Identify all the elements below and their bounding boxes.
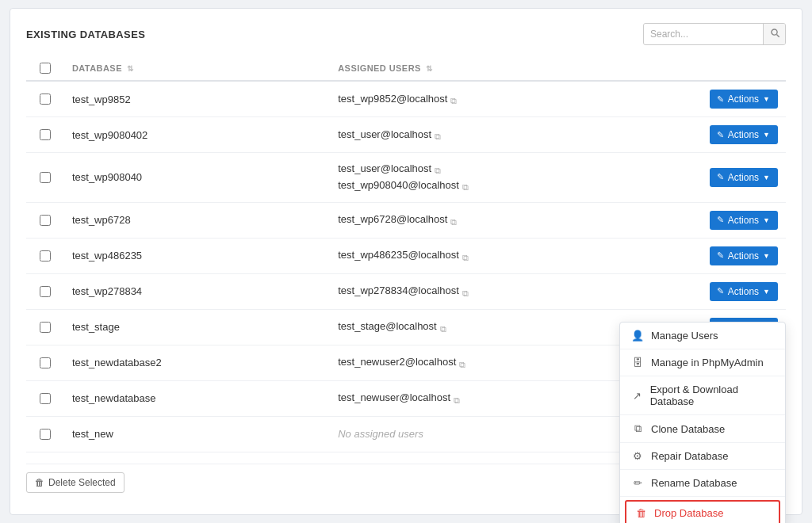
row-checkbox[interactable] [40, 322, 51, 333]
user-entry: test_stage@localhost⧉ [338, 319, 626, 335]
actions-label: Actions [728, 94, 759, 105]
database-name-cell: test_wp908040 [64, 153, 330, 203]
database-name-cell: test_newdatabase2 [64, 345, 330, 380]
select-all-checkbox[interactable] [40, 63, 51, 74]
user-entry: test_wp486235@localhost⧉ [338, 247, 626, 264]
row-checkbox[interactable] [40, 94, 51, 105]
actions-cell: ✎Actions▼ [634, 81, 786, 117]
menu-item-clone-db[interactable]: ⧉Clone Database [620, 415, 785, 443]
row-checkbox[interactable] [40, 172, 51, 183]
drop-db-label: Drop Database [654, 507, 723, 519]
database-name-cell: test_wp9852 [64, 81, 330, 117]
clone-db-label: Clone Database [651, 423, 725, 435]
copy-icon[interactable]: ⧉ [462, 287, 472, 296]
caret-icon: ▼ [763, 216, 770, 224]
assigned-users-cell: test_stage@localhost⧉ [330, 309, 634, 345]
menu-item-manage-phpmyadmin[interactable]: 🗄Manage in PhpMyAdmin [620, 349, 785, 376]
actions-cell: ✎Actions▼ [634, 273, 786, 309]
table-row: test_wp908040test_user@localhost⧉test_wp… [26, 153, 786, 203]
table-row: test_wp278834test_wp278834@localhost⧉✎Ac… [26, 273, 786, 309]
row-check-cell [26, 238, 64, 273]
users-sort-icon[interactable]: ⇅ [426, 64, 432, 73]
user-label: test_user@localhost [338, 127, 431, 143]
assigned-users-cell: test_wp6728@localhost⧉ [330, 202, 634, 238]
actions-label: Actions [728, 286, 759, 297]
rename-db-label: Rename Database [651, 477, 737, 489]
row-checkbox[interactable] [40, 429, 51, 440]
no-users-label: No assigned users [338, 428, 423, 440]
actions-button[interactable]: ✎Actions▼ [710, 211, 778, 230]
menu-item-rename-db[interactable]: ✏Rename Database [620, 470, 785, 497]
copy-icon[interactable]: ⧉ [462, 181, 472, 190]
trash-icon: 🗑 [35, 477, 44, 488]
caret-icon: ▼ [763, 131, 770, 139]
user-entry: test_user@localhost⧉ [338, 161, 626, 178]
caret-icon: ▼ [763, 252, 770, 260]
user-entry: test_newuser2@localhost⧉ [338, 354, 626, 371]
user-entry: test_wp908040@localhost⧉ [338, 178, 626, 194]
assigned-users-cell: test_newuser2@localhost⧉ [330, 345, 634, 380]
search-button[interactable] [763, 24, 786, 44]
row-check-cell [26, 309, 64, 345]
export-db-icon: ↗ [631, 390, 643, 402]
database-name-cell: test_wp486235 [64, 238, 330, 273]
manage-phpmyadmin-icon: 🗄 [631, 357, 644, 368]
copy-icon[interactable]: ⧉ [459, 358, 469, 368]
database-name-cell: test_wp9080402 [64, 117, 330, 153]
copy-icon[interactable]: ⧉ [450, 94, 460, 104]
copy-icon[interactable]: ⧉ [435, 164, 444, 174]
row-checkbox[interactable] [40, 129, 51, 140]
user-entry: test_wp6728@localhost⧉ [338, 212, 626, 228]
row-checkbox[interactable] [40, 286, 51, 297]
user-entry: test_wp9852@localhost⧉ [338, 91, 626, 108]
search-input[interactable] [644, 25, 763, 44]
actions-button[interactable]: ✎Actions▼ [710, 125, 778, 144]
menu-item-drop-db[interactable]: 🗑Drop Database [625, 500, 780, 523]
user-label: test_stage@localhost [338, 319, 437, 335]
row-checkbox[interactable] [40, 250, 51, 262]
manage-phpmyadmin-label: Manage in PhpMyAdmin [651, 357, 764, 368]
delete-selected-label: Delete Selected [48, 477, 116, 488]
user-entry: test_newuser@localhost⧉ [338, 390, 626, 407]
actions-label: Actions [728, 172, 759, 183]
menu-item-manage-users[interactable]: 👤Manage Users [620, 323, 785, 349]
drop-db-icon: 🗑 [634, 507, 647, 519]
assigned-users-cell: test_newuser@localhost⧉ [330, 380, 634, 416]
edit-icon: ✎ [717, 94, 724, 105]
menu-item-export-db[interactable]: ↗Export & Download Database [620, 376, 785, 415]
actions-dropdown: 👤Manage Users🗄Manage in PhpMyAdmin↗Expor… [619, 322, 786, 523]
database-name-cell: test_stage [64, 309, 330, 345]
user-label: test_wp9852@localhost [338, 91, 447, 108]
database-sort-icon[interactable]: ⇅ [127, 64, 133, 73]
caret-icon: ▼ [763, 288, 770, 296]
svg-line-1 [776, 34, 779, 36]
row-checkbox[interactable] [40, 215, 51, 226]
row-checkbox[interactable] [40, 393, 51, 404]
search-box [643, 23, 786, 45]
edit-icon: ✎ [717, 250, 724, 261]
actions-button[interactable]: ✎Actions▼ [710, 282, 778, 301]
caret-icon: ▼ [763, 174, 770, 181]
assigned-users-cell: test_user@localhost⧉ [330, 117, 634, 153]
panel-title: EXISTING DATABASES [26, 29, 145, 40]
table-row: test_wp6728test_wp6728@localhost⧉✎Action… [26, 202, 786, 238]
assigned-users-cell: test_wp278834@localhost⧉ [330, 273, 634, 309]
copy-icon[interactable]: ⧉ [454, 394, 463, 403]
copy-icon[interactable]: ⧉ [435, 130, 444, 139]
copy-icon[interactable]: ⧉ [440, 323, 450, 332]
table-row: test_wp9852test_wp9852@localhost⧉✎Action… [26, 81, 786, 117]
menu-item-repair-db[interactable]: ⚙Repair Database [620, 443, 785, 470]
actions-button[interactable]: ✎Actions▼ [710, 246, 778, 265]
row-check-cell [26, 416, 64, 452]
user-label: test_wp278834@localhost [338, 283, 459, 300]
copy-icon[interactable]: ⧉ [462, 251, 472, 261]
delete-selected-button[interactable]: 🗑 Delete Selected [26, 472, 124, 493]
actions-button[interactable]: ✎Actions▼ [710, 168, 778, 187]
copy-icon[interactable]: ⧉ [450, 216, 460, 225]
row-checkbox[interactable] [40, 357, 51, 368]
actions-button[interactable]: ✎Actions▼ [710, 90, 778, 109]
actions-label: Actions [728, 250, 759, 262]
assigned-users-cell: test_user@localhost⧉test_wp908040@localh… [330, 153, 634, 203]
table-row: test_wp486235test_wp486235@localhost⧉✎Ac… [26, 238, 786, 273]
assigned-users-cell: No assigned users [330, 416, 634, 452]
